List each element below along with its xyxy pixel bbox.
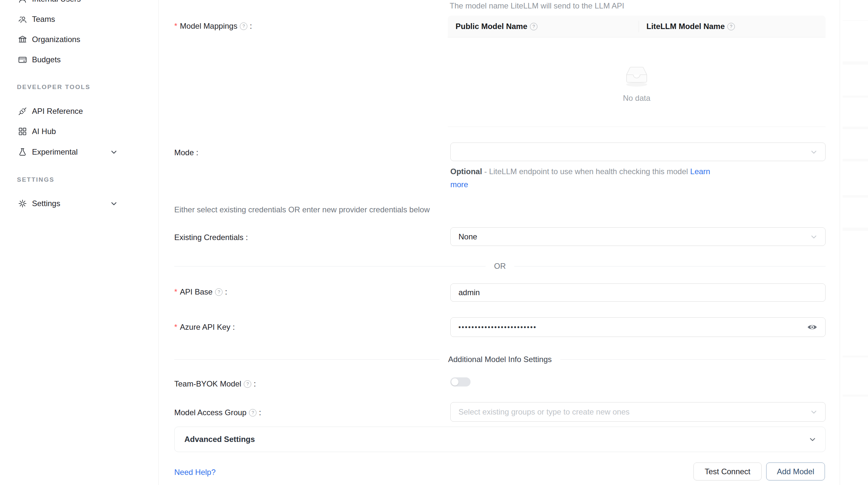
question-circle-icon[interactable]: ? bbox=[215, 288, 222, 296]
sidebar-item-label: Organizations bbox=[32, 35, 80, 44]
mode-select[interactable] bbox=[450, 142, 826, 161]
sidebar-item-label: Budgets bbox=[32, 55, 61, 64]
api-base-label: * API Base ? : bbox=[174, 287, 227, 297]
or-divider-text: OR bbox=[494, 262, 506, 271]
user-icon bbox=[17, 0, 28, 5]
sidebar-item-label: Settings bbox=[32, 199, 60, 208]
empty-inbox-icon bbox=[621, 62, 652, 89]
test-connect-button[interactable]: Test Connect bbox=[693, 462, 762, 480]
question-circle-icon[interactable]: ? bbox=[249, 409, 256, 417]
required-asterisk: * bbox=[174, 323, 177, 332]
sidebar-item-settings[interactable]: Settings bbox=[0, 193, 159, 214]
gear-icon bbox=[17, 198, 28, 209]
page-right-gutter bbox=[840, 0, 868, 485]
required-asterisk: * bbox=[174, 22, 177, 31]
question-circle-icon[interactable]: ? bbox=[244, 380, 251, 388]
existing-credentials-value: None bbox=[459, 232, 477, 241]
additional-model-info-divider: Additional Model Info Settings bbox=[174, 355, 826, 364]
sidebar-section-developer-tools: DEVELOPER TOOLS bbox=[17, 82, 90, 92]
model-access-group-select[interactable]: Select existing groups or type to create… bbox=[450, 402, 826, 422]
learn-more-link[interactable]: more bbox=[450, 180, 468, 189]
credit-card-icon bbox=[17, 54, 28, 65]
advanced-settings-title: Advanced Settings bbox=[184, 435, 255, 444]
flask-icon bbox=[17, 147, 28, 158]
team-byok-toggle[interactable] bbox=[450, 377, 470, 387]
model-name-helper-text: The model name LiteLLM will send to the … bbox=[450, 1, 624, 10]
model-access-group-placeholder: Select existing groups or type to create… bbox=[459, 408, 629, 417]
sidebar-item-ai-hub[interactable]: AI Hub bbox=[0, 121, 159, 141]
sidebar-item-internal-users[interactable]: Internal Users bbox=[0, 0, 159, 9]
chevron-down-icon bbox=[810, 408, 818, 416]
need-help-link[interactable]: Need Help? bbox=[174, 468, 216, 477]
question-circle-icon[interactable]: ? bbox=[240, 23, 247, 30]
chevron-down-icon bbox=[110, 199, 118, 208]
sidebar-item-label: API Reference bbox=[32, 107, 83, 116]
chevron-down-icon bbox=[810, 148, 818, 156]
model-mappings-label: * Model Mappings ? : bbox=[174, 21, 252, 31]
chevron-down-icon bbox=[110, 148, 118, 156]
azure-api-key-label: * Azure API Key : bbox=[174, 322, 235, 332]
chevron-down-icon bbox=[808, 435, 817, 444]
add-model-button[interactable]: Add Model bbox=[766, 462, 825, 480]
api-base-value: admin bbox=[459, 288, 480, 297]
mode-helper-line1: Optional - LiteLLM endpoint to use when … bbox=[450, 167, 710, 176]
table-header-public-model-name: Public Model Name ? bbox=[448, 15, 639, 37]
model-mappings-table: Public Model Name ? LiteLLM Model Name ?… bbox=[448, 15, 826, 127]
api-plug-icon bbox=[17, 106, 28, 117]
model-access-group-label: Model Access Group ? : bbox=[174, 408, 261, 418]
sidebar-item-label: Teams bbox=[32, 15, 55, 24]
or-divider: OR bbox=[174, 262, 826, 270]
sidebar-item-teams[interactable]: Teams bbox=[0, 9, 159, 29]
table-header-row: Public Model Name ? LiteLLM Model Name ? bbox=[448, 15, 826, 37]
sidebar-item-label: Internal Users bbox=[32, 0, 81, 4]
sidebar-item-label: Experimental bbox=[32, 148, 78, 157]
sidebar-item-budgets[interactable]: Budgets bbox=[0, 50, 159, 70]
team-byok-label: Team-BYOK Model ? : bbox=[174, 379, 256, 389]
sidebar-item-label: AI Hub bbox=[32, 127, 56, 136]
azure-api-key-input[interactable]: •••••••••••••••••••••••• bbox=[450, 317, 826, 337]
mode-helper-line2: more bbox=[450, 180, 468, 189]
masked-api-key-value: •••••••••••••••••••••••• bbox=[459, 324, 537, 331]
chevron-down-icon bbox=[810, 232, 818, 241]
advanced-settings-panel[interactable]: Advanced Settings bbox=[174, 427, 826, 452]
sidebar-item-organizations[interactable]: Organizations bbox=[0, 29, 159, 50]
teams-icon bbox=[17, 14, 28, 25]
sidebar-item-experimental[interactable]: Experimental bbox=[0, 142, 159, 162]
sidebar-section-settings: SETTINGS bbox=[17, 175, 55, 185]
table-header-litellm-model-name: LiteLLM Model Name ? bbox=[639, 15, 826, 37]
question-circle-icon[interactable]: ? bbox=[530, 23, 537, 30]
credentials-instruction-text: Either select existing credentials OR en… bbox=[174, 205, 430, 214]
table-empty-state: No data bbox=[448, 37, 826, 127]
api-base-input[interactable]: admin bbox=[450, 284, 826, 302]
sidebar-item-api-reference[interactable]: API Reference bbox=[0, 101, 159, 121]
sidebar: Internal Users Teams Organizations Budge… bbox=[0, 0, 159, 485]
question-circle-icon[interactable]: ? bbox=[727, 23, 735, 30]
existing-credentials-select[interactable]: None bbox=[450, 227, 826, 246]
additional-model-info-divider-text: Additional Model Info Settings bbox=[448, 355, 552, 364]
mode-label: Mode : bbox=[174, 148, 198, 158]
add-model-page: Internal Users Teams Organizations Budge… bbox=[0, 0, 868, 485]
column-divider bbox=[639, 21, 639, 32]
existing-credentials-label: Existing Credentials : bbox=[174, 232, 248, 243]
eye-icon[interactable] bbox=[807, 323, 818, 331]
toggle-knob bbox=[451, 378, 459, 386]
learn-more-link[interactable]: Learn bbox=[690, 167, 710, 176]
bank-icon bbox=[17, 34, 28, 45]
required-asterisk: * bbox=[174, 287, 177, 296]
grid-icon bbox=[17, 126, 28, 137]
empty-state-text: No data bbox=[623, 94, 650, 103]
